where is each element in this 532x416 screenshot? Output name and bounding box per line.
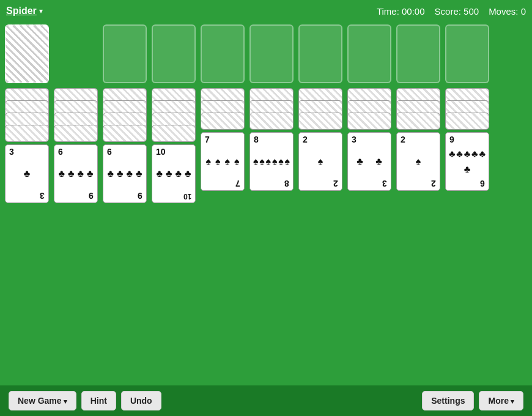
tableau: 3 ♣ 3 6 ♣♣ ♣♣ 9	[5, 88, 527, 381]
stock-pile[interactable]	[5, 24, 49, 83]
foundation-slot-5	[298, 24, 342, 83]
footer: New Game Hint Undo Settings More	[0, 385, 532, 416]
tableau-column-8: 2 ♠ 2	[396, 88, 440, 191]
foundation-slot-3	[201, 24, 245, 83]
foundation-slot-1	[103, 24, 147, 83]
card-facedown	[5, 125, 49, 142]
undo-button[interactable]: Undo	[121, 391, 161, 410]
tableau-column-6: 2 ♠ 2	[298, 88, 342, 191]
tableau-column-1: 6 ♣♣ ♣♣ 9	[54, 88, 98, 203]
moves-display: Moves: 0	[489, 6, 526, 17]
card-10-clubs[interactable]: 10 ♣♣ ♣♣ 10	[152, 144, 196, 203]
foundation-slot-4	[249, 24, 294, 83]
hint-button[interactable]: Hint	[81, 391, 116, 410]
header-left: Spider ▾	[6, 6, 43, 17]
card-3-clubs[interactable]: 3 ♣ 3	[5, 144, 49, 203]
card-6-clubs-2[interactable]: 6 ♣♣ ♣♣ 9	[103, 144, 147, 203]
top-row	[5, 24, 527, 86]
foundation-slot-2	[152, 24, 196, 83]
card-facedown	[152, 125, 196, 142]
card-facedown	[54, 125, 98, 142]
tableau-column-3: 10 ♣♣ ♣♣ 10	[152, 88, 196, 203]
card-facedown	[347, 113, 391, 130]
title-dropdown-arrow[interactable]: ▾	[39, 7, 43, 15]
score-display: Score: 500	[435, 6, 479, 17]
footer-left-buttons: New Game Hint Undo	[9, 391, 161, 410]
tableau-column-4: 7 ♠♠ ♠♠ 7	[201, 88, 245, 191]
game-title[interactable]: Spider	[6, 6, 37, 17]
new-game-button[interactable]: New Game	[9, 391, 76, 410]
header: Spider ▾ Time: 00:00 Score: 500 Moves: 0	[0, 0, 532, 22]
card-9-clubs[interactable]: 9 ♣♣ ♣♣ ♣♣ 6	[445, 132, 489, 191]
tableau-column-2: 6 ♣♣ ♣♣ 9	[103, 88, 147, 203]
card-2-spades-2[interactable]: 2 ♠ 2	[396, 132, 440, 191]
card-8-spades[interactable]: 8 ♠♠ ♠♠ ♠♠ 8	[249, 132, 294, 191]
foundation-slot-8	[445, 24, 489, 83]
card-facedown	[249, 113, 294, 130]
card-2-spades[interactable]: 2 ♠ 2	[298, 132, 342, 191]
game-area: 3 ♣ 3 6 ♣♣ ♣♣ 9	[0, 22, 532, 383]
card-3-clubs-2[interactable]: 3 ♣♣ 3	[347, 132, 391, 191]
more-button[interactable]: More	[479, 391, 523, 410]
card-6-clubs[interactable]: 6 ♣♣ ♣♣ 9	[54, 144, 98, 203]
card-facedown	[298, 113, 342, 130]
tableau-column-9: 9 ♣♣ ♣♣ ♣♣ 6	[445, 88, 489, 191]
footer-right-buttons: Settings More	[422, 391, 523, 410]
card-facedown	[103, 125, 147, 142]
card-facedown	[201, 113, 245, 130]
settings-button[interactable]: Settings	[422, 391, 474, 410]
tableau-column-0: 3 ♣ 3	[5, 88, 49, 203]
header-stats: Time: 00:00 Score: 500 Moves: 0	[377, 6, 526, 17]
tableau-column-5: 8 ♠♠ ♠♠ ♠♠ 8	[249, 88, 294, 191]
card-facedown	[396, 113, 440, 130]
tableau-column-7: 3 ♣♣ 3	[347, 88, 391, 191]
foundation-slot-7	[396, 24, 440, 83]
time-display: Time: 00:00	[377, 6, 425, 17]
card-7-spades[interactable]: 7 ♠♠ ♠♠ 7	[201, 132, 245, 191]
card-facedown	[445, 113, 489, 130]
foundation-slot-6	[347, 24, 391, 83]
